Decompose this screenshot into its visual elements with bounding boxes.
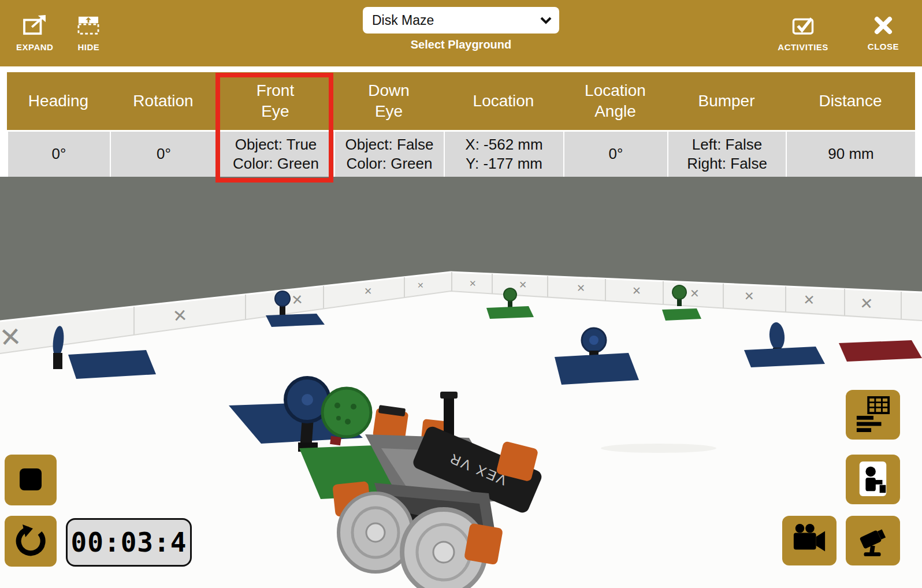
value-location-angle: 0°	[563, 132, 667, 177]
dashboard-grid-icon	[855, 396, 891, 434]
close-button[interactable]: CLOSE	[864, 13, 902, 54]
header-location: Location	[444, 72, 563, 130]
value-front-eye: Object: TrueColor: Green	[217, 132, 334, 177]
playground-select[interactable]: Disk Maze	[363, 7, 559, 34]
svg-text:✕: ✕	[0, 321, 23, 353]
stop-button[interactable]	[5, 455, 57, 505]
robot-view-button[interactable]	[846, 455, 900, 504]
header-bumper: Bumper	[667, 72, 786, 130]
header-distance: Distance	[786, 72, 915, 130]
value-heading: 0°	[7, 132, 110, 177]
scene-mat-red	[839, 340, 922, 362]
header-down-eye: Down Eye	[334, 72, 444, 130]
activities-icon	[791, 15, 815, 38]
hide-icon	[76, 15, 101, 38]
svg-text:✕: ✕	[860, 295, 874, 313]
timer-display: 00:03:4	[66, 518, 192, 567]
svg-text:✕: ✕	[803, 292, 815, 308]
activities-button[interactable]: ACTIVITIES	[774, 13, 832, 54]
expand-icon	[23, 15, 47, 38]
header-rotation: Rotation	[110, 72, 217, 130]
top-toolbar: EXPAND HIDE Disk Maze	[0, 0, 922, 66]
value-distance: 90 mm	[786, 132, 915, 177]
activities-label: ACTIVITIES	[778, 42, 828, 52]
video-camera-icon	[791, 522, 827, 560]
svg-text:✕: ✕	[577, 282, 585, 294]
stop-icon	[18, 467, 43, 494]
video-record-button[interactable]	[782, 516, 837, 565]
close-icon	[873, 16, 893, 37]
value-location: X: -562 mmY: -177 mm	[444, 132, 563, 177]
value-bumper: Left: FalseRight: False	[667, 132, 786, 177]
sensor-dashboard: Heading Rotation Front Eye Down Eye Loca…	[7, 72, 915, 177]
hide-label: HIDE	[77, 42, 99, 52]
svg-text:✕: ✕	[632, 285, 641, 297]
robot-view-icon	[855, 460, 891, 499]
header-location-angle: Location Angle	[563, 72, 667, 130]
dashboard-toggle-button[interactable]	[846, 390, 900, 440]
toolbar-left-group: EXPAND HIDE	[0, 0, 104, 66]
svg-text:✕: ✕	[291, 292, 303, 308]
svg-text:✕: ✕	[172, 306, 188, 326]
scene-disk-green-robot	[322, 388, 371, 437]
snapshot-icon	[855, 522, 891, 560]
playground-caption: Select Playground	[411, 38, 512, 51]
value-down-eye: Object: FalseColor: Green	[334, 132, 444, 177]
svg-text:✕: ✕	[364, 286, 372, 297]
value-rotation: 0°	[110, 132, 217, 177]
toolbar-right-group: ACTIVITIES CLOSE	[774, 0, 922, 66]
svg-text:✕: ✕	[690, 287, 700, 300]
header-front-eye: Front Eye	[217, 72, 334, 130]
reset-button[interactable]	[5, 516, 57, 567]
header-heading: Heading	[7, 72, 110, 130]
svg-text:✕: ✕	[744, 289, 754, 303]
svg-text:✕: ✕	[417, 281, 424, 290]
hide-button[interactable]: HIDE	[73, 13, 104, 54]
svg-text:✕: ✕	[469, 278, 477, 288]
expand-label: EXPAND	[16, 42, 53, 52]
svg-text:✕: ✕	[519, 280, 527, 291]
expand-button[interactable]: EXPAND	[13, 13, 57, 54]
reset-icon	[14, 524, 47, 559]
vexcode-vr-playground-window: EXPAND HIDE Disk Maze	[0, 0, 922, 588]
snapshot-button[interactable]	[846, 516, 900, 565]
close-label: CLOSE	[868, 42, 899, 51]
